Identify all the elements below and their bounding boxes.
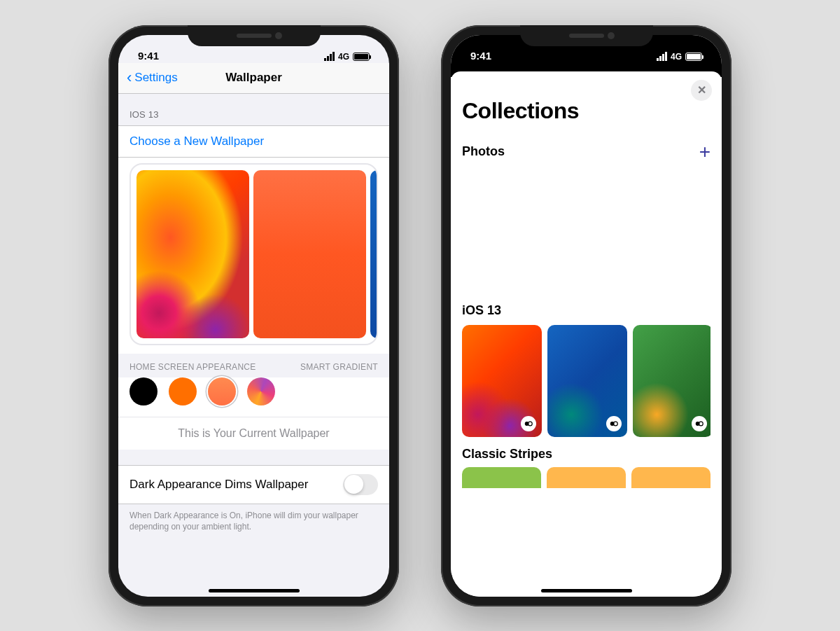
wallpaper-thumb-lock[interactable] — [136, 170, 249, 338]
label-smart-gradient: SMART GRADIENT — [300, 362, 378, 372]
wallpaper-thumb-blue[interactable] — [547, 325, 627, 437]
phone-right: 9:41 4G ✕ Collections Photos + iOS 13 — [441, 25, 732, 606]
current-wallpaper-text: This is Your Current Wallpaper — [118, 417, 389, 450]
network-label: 4G — [671, 52, 682, 62]
wallpaper-thumb-orange[interactable] — [462, 325, 542, 437]
color-swatches — [118, 377, 389, 417]
appearance-labels: HOME SCREEN APPEARANCE SMART GRADIENT — [118, 354, 389, 377]
signal-icon — [324, 52, 335, 61]
nav-bar: ‹ Settings Wallpaper — [118, 63, 389, 94]
home-indicator[interactable] — [209, 589, 300, 592]
plus-icon: + — [699, 141, 710, 162]
stripe-thumb-orange[interactable] — [547, 467, 626, 488]
dark-appearance-row: Dark Appearance Dims Wallpaper — [118, 465, 389, 504]
wallpaper-preview — [118, 158, 389, 354]
collections-sheet: ✕ Collections Photos + iOS 13 — [451, 71, 722, 597]
swatch-black[interactable] — [130, 377, 158, 405]
wallpaper-thumb-home[interactable] — [253, 170, 366, 338]
wallpaper-thumb-next[interactable] — [370, 170, 378, 338]
section-header-ios13: IOS 13 — [118, 94, 389, 125]
status-time: 9:41 — [470, 50, 491, 62]
back-button[interactable]: ‹ Settings — [127, 70, 178, 85]
swatch-multicolor[interactable] — [247, 377, 275, 405]
section-ios13-title: iOS 13 — [462, 303, 710, 318]
dynamic-badge-icon — [606, 416, 622, 431]
battery-icon — [353, 53, 370, 61]
section-stripes-title: Classic Stripes — [462, 447, 710, 462]
swatch-orange-gradient[interactable] — [208, 377, 236, 405]
back-label: Settings — [134, 71, 177, 85]
status-bar: 9:41 4G — [451, 35, 722, 63]
close-icon: ✕ — [697, 83, 706, 97]
network-label: 4G — [338, 52, 349, 62]
signal-icon — [657, 52, 667, 61]
dark-appearance-toggle[interactable] — [343, 474, 378, 495]
stripe-thumb-green[interactable] — [462, 467, 541, 488]
battery-icon — [685, 53, 702, 61]
add-photos-button[interactable]: + — [699, 141, 710, 163]
preview-card[interactable] — [130, 163, 378, 345]
close-button[interactable]: ✕ — [691, 80, 712, 101]
page-title: Collections — [462, 98, 710, 124]
ios13-thumbs[interactable] — [462, 325, 710, 437]
status-time: 9:41 — [138, 50, 159, 62]
dynamic-badge-icon — [692, 416, 707, 431]
dark-appearance-footer: When Dark Appearance is On, iPhone will … — [118, 504, 389, 539]
choose-wallpaper-link[interactable]: Choose a New Wallpaper — [118, 125, 389, 158]
classic-stripes-thumbs[interactable] — [462, 467, 710, 488]
chevron-left-icon: ‹ — [127, 70, 132, 85]
label-home-appearance: HOME SCREEN APPEARANCE — [130, 362, 256, 372]
status-bar: 9:41 4G — [118, 35, 389, 63]
photos-label: Photos — [462, 144, 505, 159]
wallpaper-thumb-green[interactable] — [633, 325, 710, 437]
swatch-orange[interactable] — [169, 377, 197, 405]
screen-wallpaper-settings: 9:41 4G ‹ Settings Wallpaper IOS 13 Choo… — [118, 35, 389, 597]
home-indicator[interactable] — [541, 589, 632, 592]
screen-collections: 9:41 4G ✕ Collections Photos + iOS 13 — [451, 35, 722, 597]
dynamic-badge-icon — [521, 416, 536, 431]
photos-row: Photos + — [462, 141, 710, 163]
dark-appearance-label: Dark Appearance Dims Wallpaper — [130, 478, 308, 492]
phone-left: 9:41 4G ‹ Settings Wallpaper IOS 13 Choo… — [108, 25, 399, 606]
stripe-thumb-orange-2[interactable] — [631, 467, 710, 488]
